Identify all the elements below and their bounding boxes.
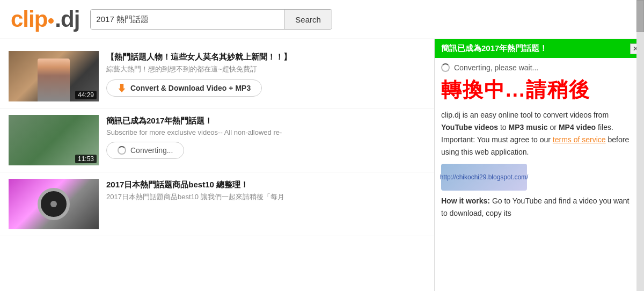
result-item: 44:29 【熱門話題人物！這些女人莫名其妙就上新聞！！】 綜藝大熱門！想的到想… [0,45,434,108]
thumbnail [9,179,99,229]
convert-download-button[interactable]: Convert & Download Video + MP3 [106,79,262,97]
terms-link[interactable]: terms of service [553,135,606,144]
converting-big-text: 轉換中...請稍後 [435,74,644,109]
search-button[interactable]: Search [284,10,332,29]
result-title: 2017日本熱門話題商品best10 總整理！ [106,179,426,190]
thumbnail: 11:53 [9,115,99,165]
thumb-image [38,59,70,101]
mp3-bold: MP3 music [509,123,548,132]
mp4-bold: MP4 video [559,123,596,132]
result-description: 綜藝大熱門！想的到想不到的都在這~趕快免費訂 [106,64,426,74]
youtube-bold: YouTube videos [441,123,498,132]
search-bar: Search [90,9,332,30]
watermark-area: http://chikochi29.blogspot.com/ [435,164,644,191]
notification-bar: 簡訊已成為2017年熱門話題！ ✕ [435,39,644,58]
logo-clip: clip [11,6,47,32]
result-description: Subscribe for more exclusive videos-- Al… [106,128,426,136]
result-item: 11:53 簡訊已成為2017年熱門話題！ Subscribe for more… [0,108,434,172]
header: clip.dj Search [0,0,644,39]
result-title: 【熱門話題人物！這些女人莫名其妙就上新聞！！】 [106,51,426,62]
scrollbar-thumb[interactable] [636,0,644,32]
duration-badge: 44:29 [75,91,97,99]
converting-status: Converting, please wait... [435,58,644,74]
spinner-icon [118,146,126,155]
results-area: 44:29 【熱門話題人物！這些女人莫名其妙就上新聞！！】 綜藝大熱門！想的到想… [0,39,644,291]
result-info: 2017日本熱門話題商品best10 總整理！ 2017日本熱門話題商品best… [106,179,426,207]
notification-text: 簡訊已成為2017年熱門話題！ [441,43,547,53]
scrollbar-track [636,0,644,291]
search-input[interactable] [91,10,284,29]
convert-btn-label: Convert & Download Video + MP3 [130,84,251,92]
converting-label: Converting... [130,146,173,155]
how-it-works-title: How it works: [441,197,490,205]
result-info: 簡訊已成為2017年熱門話題！ Subscribe for more exclu… [106,115,426,159]
spinner-icon [441,63,450,72]
result-item: 2017日本熱門話題商品best10 總整理！ 2017日本熱門話題商品best… [0,172,434,236]
result-description: 2017日本熱門話題商品best10 讓我們一起來請稍後「每月 [106,192,426,202]
result-title: 簡訊已成為2017年熱門話題！ [106,115,426,126]
results-list: 44:29 【熱門話題人物！這些女人莫名其妙就上新聞！！】 綜藝大熱門！想的到想… [0,39,435,291]
result-info: 【熱門話題人物！這些女人莫名其妙就上新聞！！】 綜藝大熱門！想的到想不到的都在這… [106,51,426,97]
watermark-image: http://chikochi29.blogspot.com/ [441,164,527,191]
logo[interactable]: clip.dj [11,6,79,32]
panel-description: clip.dj is an easy online tool to conver… [435,109,644,164]
converting-button: Converting... [106,142,184,159]
download-icon [118,84,126,92]
logo-dj: .dj [55,6,79,32]
duration-badge: 11:53 [75,155,97,163]
how-it-works: How it works: Go to YouTube and find a v… [435,195,644,220]
right-panel: 簡訊已成為2017年熱門話題！ ✕ Converting, please wai… [435,39,644,291]
converting-status-text: Converting, please wait... [454,63,538,72]
logo-dot-icon [48,18,54,24]
thumbnail: 44:29 [9,51,99,101]
